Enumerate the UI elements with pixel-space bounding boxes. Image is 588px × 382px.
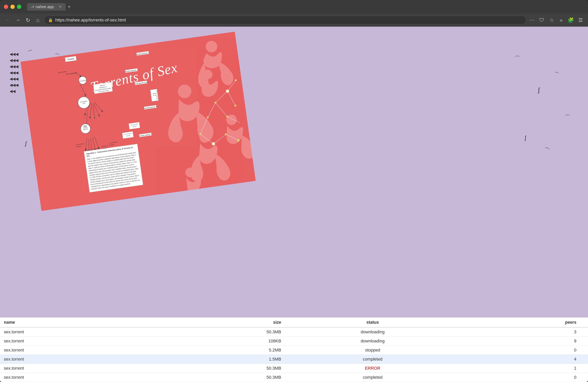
svg-line-65 bbox=[93, 117, 98, 118]
svg-line-68 bbox=[94, 116, 97, 119]
svg-line-58 bbox=[84, 115, 85, 119]
tab-close-button[interactable]: ✕ bbox=[59, 5, 62, 9]
cell-peers: 0 bbox=[453, 373, 588, 382]
browser-tab[interactable]: 𝒩 nahee.app ✕ bbox=[27, 3, 66, 11]
extensions-button[interactable]: ⋯ bbox=[528, 16, 536, 24]
svg-line-40 bbox=[94, 136, 99, 149]
svg-line-73 bbox=[102, 110, 105, 110]
table-row[interactable]: sex.torrent 50.3MB completed 0 bbox=[0, 373, 588, 382]
bookmark-button[interactable]: ☆ bbox=[548, 16, 555, 24]
tab-bar: 𝒩 nahee.app ✕ + bbox=[27, 3, 71, 11]
cell-peers: 3 bbox=[453, 327, 588, 337]
cell-status: downloading bbox=[293, 327, 453, 337]
svg-point-24 bbox=[235, 79, 237, 81]
cell-name: sex.torrent bbox=[0, 337, 141, 346]
cell-size: 50.3MB bbox=[141, 327, 293, 337]
svg-text:choked: choked bbox=[76, 146, 81, 148]
address-bar[interactable]: 🔒 https://nahee.app/torrents-of-sex.html bbox=[44, 16, 526, 24]
browser-window: 𝒩 nahee.app ✕ + ← → ↻ ⌂ 🔒 https://nahee.… bbox=[0, 0, 588, 382]
svg-line-72 bbox=[99, 113, 101, 115]
torrent-table: name size status peers sex.torrent 50.3M… bbox=[0, 318, 588, 382]
back-button[interactable]: ← bbox=[4, 16, 12, 24]
page-content: ⌒ ⌒ ∫ ⌒ ⌒ ∫ ⌒ ⌒ ∫ ⌒ ∫ ⌒ ◀◀◀ ◀◀◀ ◀◀◀ ◀◀◀ … bbox=[0, 27, 588, 382]
traffic-lights bbox=[4, 5, 21, 9]
forward-button[interactable]: → bbox=[14, 16, 22, 24]
svg-text:sex.torrent: sex.torrent bbox=[79, 79, 86, 82]
decoration-squiggle: ∫ bbox=[525, 135, 526, 141]
minimize-button[interactable] bbox=[10, 5, 15, 9]
decoration-squiggle: ⌒ bbox=[553, 70, 560, 79]
cell-status: completed bbox=[293, 355, 453, 364]
cell-name: sex.torrent bbox=[0, 364, 141, 373]
svg-text:blocked: blocked bbox=[109, 144, 114, 146]
tracker-box: Tracker bbox=[65, 56, 77, 62]
svg-line-14 bbox=[212, 134, 227, 144]
svg-line-71 bbox=[99, 113, 101, 115]
home-button[interactable]: ⌂ bbox=[34, 16, 42, 24]
svg-line-69 bbox=[98, 114, 102, 114]
svg-line-70 bbox=[100, 112, 101, 116]
decoration-squiggle: ⌒ bbox=[515, 55, 520, 62]
svg-text:not unchoked: not unchoked bbox=[76, 143, 84, 145]
cell-peers: 0 bbox=[453, 346, 588, 355]
table-row[interactable]: sex.torrent 1.5MB completed 4 bbox=[0, 355, 588, 364]
svg-point-0 bbox=[205, 40, 218, 53]
artwork-card: Torrents of Sex bbox=[21, 32, 256, 211]
extensions-icon[interactable]: 🧩 bbox=[567, 16, 574, 24]
svg-text:sex.torrent: sex.torrent bbox=[58, 70, 67, 74]
arrow-row: ◀◀◀ bbox=[10, 52, 18, 56]
svg-line-74 bbox=[103, 109, 104, 112]
svg-line-63 bbox=[89, 118, 92, 121]
overflow-button[interactable]: » bbox=[557, 16, 565, 24]
toolbar: ← → ↻ ⌂ 🔒 https://nahee.app/torrents-of-… bbox=[0, 14, 588, 27]
table-row[interactable]: sex.torrent 50.3MB ERROR 1 bbox=[0, 364, 588, 373]
svg-point-48 bbox=[80, 123, 91, 134]
col-status: status bbox=[293, 318, 453, 327]
arrow-row: ◀◀◀ bbox=[10, 83, 18, 87]
col-name: name bbox=[0, 318, 141, 327]
svg-line-29 bbox=[80, 84, 86, 96]
cell-status: completed bbox=[293, 373, 453, 382]
left-arrows-decoration: ◀◀◀ ◀◀◀ ◀◀◀ ◀◀◀ ◀◀◀ ◀◀◀ ◀◀ bbox=[10, 52, 18, 94]
table-row[interactable]: sex.torrent 50.3MB downloading 3 bbox=[0, 327, 588, 337]
svg-point-46 bbox=[78, 76, 87, 85]
toolbar-right: ⋯ 🛡 ☆ » 🧩 ☰ bbox=[528, 16, 584, 24]
svg-text:interest not: interest not bbox=[101, 145, 108, 147]
cell-name: sex.torrent bbox=[0, 327, 141, 337]
cell-name: sex.torrent bbox=[0, 373, 141, 382]
close-button[interactable] bbox=[4, 5, 8, 9]
cell-peers: 9 bbox=[453, 337, 588, 346]
cell-size: 5.2MB bbox=[141, 346, 293, 355]
svg-point-25 bbox=[234, 104, 236, 107]
svg-line-9 bbox=[206, 102, 217, 117]
svg-line-57 bbox=[83, 117, 87, 117]
menu-button[interactable]: ☰ bbox=[577, 16, 584, 24]
new-tab-button[interactable]: + bbox=[68, 4, 71, 10]
svg-point-2 bbox=[177, 84, 192, 99]
svg-line-62 bbox=[90, 118, 90, 122]
cell-name: sex.torrent bbox=[0, 346, 141, 355]
cell-status: ERROR bbox=[293, 364, 453, 373]
reload-button[interactable]: ↻ bbox=[24, 16, 32, 24]
svg-text:remote: remote bbox=[83, 127, 88, 129]
cell-size: 108KB bbox=[141, 337, 293, 346]
shield-icon[interactable]: 🛡 bbox=[538, 16, 546, 24]
svg-line-28 bbox=[75, 71, 81, 78]
cell-status: stopped bbox=[293, 346, 453, 355]
table-row[interactable]: sex.torrent 108KB downloading 9 bbox=[0, 337, 588, 346]
table-body: sex.torrent 50.3MB downloading 3 sex.tor… bbox=[0, 327, 588, 382]
arrow-row: ◀◀◀ bbox=[10, 58, 18, 62]
svg-line-33 bbox=[94, 102, 100, 117]
arrow-row: ◀◀◀ bbox=[10, 64, 18, 69]
maximize-button[interactable] bbox=[17, 5, 21, 9]
decoration-squiggle: ∫ bbox=[538, 86, 540, 94]
svg-line-31 bbox=[88, 103, 94, 118]
arrow-row: ◀◀◀ bbox=[10, 70, 18, 75]
cell-status: downloading bbox=[293, 337, 453, 346]
svg-text:(me): (me) bbox=[83, 102, 85, 104]
tab-title: nahee.app bbox=[36, 5, 54, 9]
table-row[interactable]: sex.torrent 5.2MB stopped 0 bbox=[0, 346, 588, 355]
svg-line-36 bbox=[84, 138, 88, 150]
algorithm-box: Algorithm 1 - Partner/host Selection pol… bbox=[84, 144, 143, 192]
arrow-row: ◀◀ bbox=[10, 89, 18, 94]
